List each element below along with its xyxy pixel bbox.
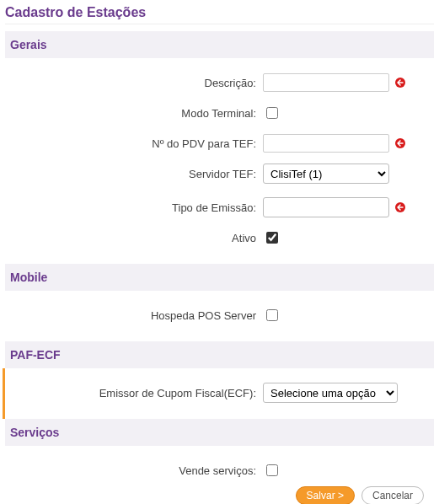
section-header-paf-ecf: PAF-ECF — [5, 341, 434, 368]
section-header-servicos: Serviços — [5, 419, 434, 446]
emissor-select[interactable]: Selecione uma opção — [263, 383, 398, 403]
num-pdv-label: Nº do PDV para TEF: — [10, 137, 263, 150]
modo-terminal-checkbox[interactable] — [266, 107, 278, 119]
section-body-mobile: Hospeda POS Server — [5, 291, 434, 341]
required-icon — [394, 201, 406, 213]
tipo-emissao-label: Tipo de Emissão: — [10, 201, 263, 214]
emissor-label: Emissor de Cupom Fiscal(ECF): — [10, 387, 263, 399]
vende-checkbox[interactable] — [266, 464, 278, 476]
descricao-input[interactable] — [263, 73, 389, 92]
cancel-button[interactable]: Cancelar — [361, 486, 424, 504]
ativo-label: Ativo — [10, 232, 263, 244]
vende-label: Vende serviços: — [10, 464, 263, 477]
save-button[interactable]: Salvar > — [296, 486, 355, 504]
required-icon — [394, 137, 406, 149]
section-header-mobile: Mobile — [5, 264, 434, 291]
page-title: Cadastro de Estações — [5, 5, 434, 24]
required-icon — [394, 77, 406, 88]
hospeda-checkbox[interactable] — [266, 309, 278, 321]
hospeda-label: Hospeda POS Server — [10, 309, 263, 322]
servidor-tef-select[interactable]: ClisiTef (1) — [263, 164, 389, 184]
section-header-gerais: Gerais — [5, 31, 434, 58]
descricao-label: Descrição: — [10, 77, 263, 89]
section-body-servicos: Vende serviços: Salvar > Cancelar — [5, 446, 434, 504]
num-pdv-input[interactable] — [263, 134, 389, 153]
section-body-paf-ecf: Emissor de Cupom Fiscal(ECF): Selecione … — [3, 368, 434, 419]
ativo-checkbox[interactable] — [266, 232, 278, 244]
servidor-tef-label: Servidor TEF: — [10, 168, 263, 180]
section-body-gerais: Descrição: Modo Terminal: Nº do PDV para… — [5, 58, 434, 264]
tipo-emissao-select[interactable]: PAF-ECF — [263, 197, 389, 217]
modo-terminal-label: Modo Terminal: — [10, 107, 263, 120]
